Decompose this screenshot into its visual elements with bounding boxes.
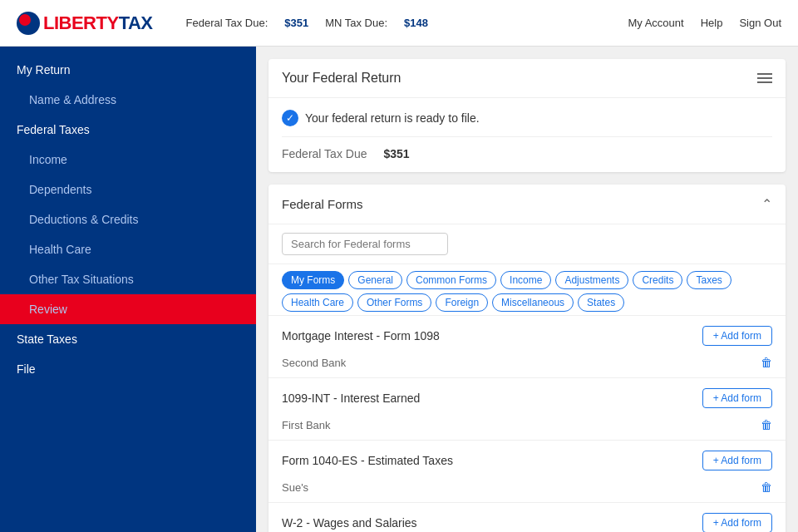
filter-btn-common-forms[interactable]: Common Forms	[406, 271, 496, 289]
sidebar-item-state-taxes[interactable]: State Taxes	[0, 324, 256, 354]
delete-icon[interactable]: 🗑	[761, 356, 772, 369]
form-title-mortgage-interest: Mortgage Interest - Form 1098	[282, 329, 440, 342]
filter-btn-credits[interactable]: Credits	[633, 271, 682, 289]
filter-btn-other-forms[interactable]: Other Forms	[357, 293, 431, 312]
filter-btn-miscellaneous[interactable]: Miscellaneous	[492, 293, 574, 312]
filter-btn-adjustments[interactable]: Adjustments	[555, 271, 628, 289]
federal-forms-card: Federal Forms ⌃ My FormsGeneralCommon Fo…	[268, 185, 786, 532]
logo-icon	[17, 12, 40, 35]
filter-btn-foreign[interactable]: Foreign	[436, 293, 488, 312]
federal-return-title: Your Federal Return	[282, 71, 401, 86]
form-sub-entry: Second Bank🗑	[268, 352, 786, 377]
form-entry-header-form-1040-es: Form 1040-ES - Estimated Taxes+ Add form	[268, 441, 786, 477]
federal-tax-amount: $351	[284, 17, 308, 29]
form-entry-1099-int: 1099-INT - Interest Earned+ Add formFirs…	[268, 378, 786, 441]
filter-btn-health-care[interactable]: Health Care	[282, 293, 353, 312]
sidebar-item-dependents[interactable]: Dependents	[0, 175, 256, 204]
sign-out-link[interactable]: Sign Out	[739, 17, 781, 29]
federal-return-card: Your Federal Return ✓ Your federal retur…	[268, 59, 786, 172]
form-entry-w2: W-2 - Wages and Salaries+ Add formSue - …	[268, 503, 786, 532]
add-form-btn-w2[interactable]: + Add form	[702, 513, 772, 532]
form-sub-entry: Sue's🗑	[268, 477, 786, 502]
forms-title: Federal Forms	[282, 197, 363, 211]
form-title-form-1040-es: Form 1040-ES - Estimated Taxes	[282, 454, 453, 467]
form-entry-form-1040-es: Form 1040-ES - Estimated Taxes+ Add form…	[268, 441, 786, 503]
delete-icon[interactable]: 🗑	[761, 418, 772, 431]
federal-return-header: Your Federal Return	[268, 59, 786, 98]
federal-tax-label: Federal Tax Due:	[186, 17, 268, 29]
header-tax-info: Federal Tax Due: $351 MN Tax Due: $148	[186, 17, 429, 29]
sidebar-item-file[interactable]: File	[0, 354, 256, 384]
tax-due-label: Federal Tax Due	[282, 147, 367, 160]
logo-tax: TAX	[119, 12, 153, 33]
filter-btn-taxes[interactable]: Taxes	[687, 271, 731, 289]
add-form-btn-mortgage-interest[interactable]: + Add form	[702, 326, 772, 346]
ready-text: Your federal return is ready to file.	[305, 111, 480, 125]
sidebar-item-my-return[interactable]: My Return	[0, 55, 256, 85]
add-form-btn-1099-int[interactable]: + Add form	[702, 388, 772, 408]
filter-btn-income[interactable]: Income	[500, 271, 551, 289]
header: LIBERTYTAX Federal Tax Due: $351 MN Tax …	[0, 0, 798, 47]
sidebar-item-name-address[interactable]: Name & Address	[0, 85, 256, 115]
filter-btn-general[interactable]: General	[348, 271, 402, 289]
sidebar: My ReturnName & AddressFederal TaxesInco…	[0, 47, 256, 532]
federal-return-body: ✓ Your federal return is ready to file. …	[268, 98, 786, 172]
form-entry-header-1099-int: 1099-INT - Interest Earned+ Add form	[268, 378, 786, 415]
forms-header: Federal Forms ⌃	[268, 185, 786, 224]
header-nav: My Account Help Sign Out	[628, 17, 781, 29]
forms-filters: My FormsGeneralCommon FormsIncomeAdjustm…	[268, 264, 786, 316]
form-sub-entry: First Bank🗑	[268, 415, 786, 440]
sidebar-item-deductions-credits[interactable]: Deductions & Credits	[0, 204, 256, 234]
tax-due-amount: $351	[383, 147, 409, 160]
logo: LIBERTYTAX	[17, 12, 153, 35]
delete-icon[interactable]: 🗑	[761, 480, 772, 494]
layout: My ReturnName & AddressFederal TaxesInco…	[0, 47, 798, 532]
forms-search-input[interactable]	[282, 233, 448, 255]
sidebar-item-review[interactable]: Review	[0, 294, 256, 324]
form-entry-header-mortgage-interest: Mortgage Interest - Form 1098+ Add form	[268, 316, 786, 352]
form-sub-name: Sue's	[282, 481, 308, 494]
form-sub-name: First Bank	[282, 419, 331, 431]
menu-icon[interactable]	[757, 73, 772, 83]
forms-search-area	[268, 224, 786, 264]
form-title-1099-int: 1099-INT - Interest Earned	[282, 392, 420, 405]
form-entry-mortgage-interest: Mortgage Interest - Form 1098+ Add formS…	[268, 316, 786, 378]
filter-btn-states[interactable]: States	[578, 293, 624, 312]
mn-tax-amount: $148	[404, 17, 428, 29]
form-entry-header-w2: W-2 - Wages and Salaries+ Add form	[268, 503, 786, 532]
sidebar-item-federal-taxes[interactable]: Federal Taxes	[0, 115, 256, 145]
form-sub-name: Second Bank	[282, 357, 346, 369]
collapse-icon[interactable]: ⌃	[761, 196, 772, 212]
sidebar-item-health-care[interactable]: Health Care	[0, 234, 256, 264]
help-link[interactable]: Help	[701, 17, 723, 29]
add-form-btn-form-1040-es[interactable]: + Add form	[702, 451, 772, 470]
logo-liberty: LIBERTY	[43, 12, 119, 33]
mn-tax-label: MN Tax Due:	[325, 17, 387, 29]
forms-list: Mortgage Interest - Form 1098+ Add formS…	[268, 316, 786, 532]
checkmark-icon: ✓	[282, 110, 298, 126]
sidebar-item-income[interactable]: Income	[0, 145, 256, 175]
sidebar-item-other-tax-situations[interactable]: Other Tax Situations	[0, 264, 256, 294]
filter-btn-my-forms[interactable]: My Forms	[282, 271, 344, 289]
tax-due-row: Federal Tax Due $351	[282, 136, 772, 160]
logo-text: LIBERTYTAX	[43, 12, 153, 34]
form-title-w2: W-2 - Wages and Salaries	[282, 516, 417, 530]
my-account-link[interactable]: My Account	[628, 17, 683, 29]
main-content: Your Federal Return ✓ Your federal retur…	[256, 47, 798, 532]
ready-row: ✓ Your federal return is ready to file.	[282, 110, 772, 126]
